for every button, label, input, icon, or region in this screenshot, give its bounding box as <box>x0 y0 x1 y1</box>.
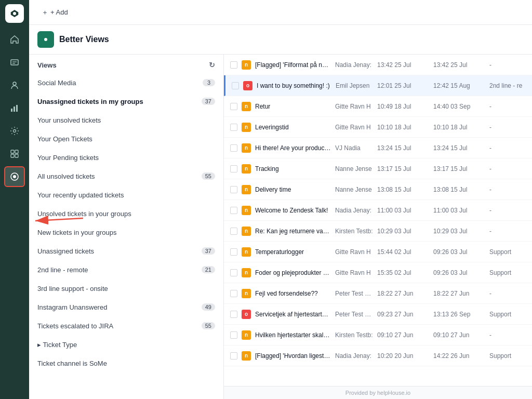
ticket-checkbox[interactable] <box>230 228 237 235</box>
refresh-button[interactable]: ↻ <box>209 61 215 69</box>
sidebar-item-ticket-channel[interactable]: Ticket channel is SoMe <box>29 354 223 373</box>
ticket-group: - <box>489 103 526 110</box>
sidebar-item-your-pending[interactable]: Your Pending tickets <box>29 148 223 167</box>
priority-badge: n <box>242 164 251 174</box>
plus-icon: ＋ <box>42 8 48 17</box>
ticket-created: 18:22 27 Jun <box>377 290 429 297</box>
ticket-created: 15:44 02 Jul <box>377 248 429 256</box>
ticket-checkbox[interactable] <box>230 269 237 276</box>
svg-rect-9 <box>11 150 14 153</box>
ticket-updated: 13:42 25 Jul <box>433 61 485 69</box>
sidebar-item-recently-updated[interactable]: Your recently updated tickets <box>29 185 223 204</box>
home-icon[interactable] <box>4 29 25 50</box>
nav-logo <box>5 4 24 23</box>
ticket-created: 13:17 15 Jul <box>377 165 429 172</box>
ticket-requester: Nanne Jense <box>335 165 373 172</box>
ticket-checkbox[interactable] <box>230 103 237 110</box>
table-row[interactable]: o Servicetjek af hjertestarter? Peter Te… <box>224 304 532 325</box>
ticket-subject: Foder og plejeprodukter til mir <box>255 269 331 276</box>
priority-badge: n <box>242 268 251 277</box>
table-row[interactable]: n [Flagged] 'Filformat på nemEDI Nadia J… <box>224 55 532 75</box>
ticket-requester: Emil Jepsen <box>336 82 373 89</box>
ticket-checkbox[interactable] <box>230 186 237 193</box>
ticket-group: - <box>489 61 526 69</box>
sidebar-item-unsolved-in-groups[interactable]: Unsolved tickets in your groups <box>29 204 223 223</box>
sidebar-item-social-media[interactable]: Social Media 3 <box>29 73 223 92</box>
apps-icon[interactable] <box>4 143 25 164</box>
table-row[interactable]: n Welcome to Zendesk Talk! Nadia Jenay: … <box>224 200 532 221</box>
ticket-updated: 12:42 15 Aug <box>433 82 485 89</box>
ticket-updated: 13:17 15 Jul <box>433 165 485 172</box>
ticket-requester: Nadia Jenay: <box>335 61 373 69</box>
svg-rect-5 <box>11 109 12 112</box>
ticket-updated: 09:26 03 Jul <box>433 269 485 276</box>
ticket-group: - <box>489 186 526 193</box>
table-row[interactable]: n Tracking Nanne Jense 13:17 15 Jul 13:1… <box>224 158 532 179</box>
table-row[interactable]: n Foder og plejeprodukter til mir Gitte … <box>224 262 532 283</box>
ticket-subject: [Flagged] 'Filformat på nemEDI <box>255 61 331 69</box>
content-wrapper: Better Views Views ↻ Social Media 3 <box>29 25 532 399</box>
add-button[interactable]: ＋ + Add <box>37 6 72 19</box>
ticket-checkbox[interactable] <box>230 207 237 214</box>
table-row[interactable]: n Delivery time Nanne Jense 13:08 15 Jul… <box>224 179 532 200</box>
ticket-updated: 13:13 26 Sep <box>433 311 485 318</box>
ticket-updated: 11:00 03 Jul <box>433 207 485 214</box>
ticket-checkbox[interactable] <box>230 331 237 339</box>
ticket-group: Support <box>489 248 526 256</box>
priority-badge: n <box>242 206 251 215</box>
table-row[interactable]: n Leveringstid Gitte Ravn H 10:10 18 Jul… <box>224 117 532 138</box>
sidebar-item-instagram[interactable]: Instagram Unanswered 49 <box>29 298 223 316</box>
sidebar-item-unassigned-in-groups[interactable]: Unassigned tickets in my groups 37 <box>29 92 223 111</box>
footer-label: Provided by helpHouse.io <box>345 390 410 396</box>
ticket-checkbox[interactable] <box>230 352 237 360</box>
users-icon[interactable] <box>4 75 25 96</box>
ticket-table: n [Flagged] 'Filformat på nemEDI Nadia J… <box>224 55 532 386</box>
better-views-nav-icon[interactable] <box>4 166 25 187</box>
ticket-subject: Hi there! Are your products org <box>255 144 331 152</box>
sidebar-item-2nd-line[interactable]: 2nd line - remote 21 <box>29 260 223 279</box>
sidebar-item-ticket-type[interactable]: ▸ Ticket Type <box>29 335 223 354</box>
sidebar-item-new-in-groups[interactable]: New tickets in your groups <box>29 223 223 242</box>
svg-rect-10 <box>15 150 18 153</box>
sidebar-item-3rd-line[interactable]: 3rd line support - onsite <box>29 279 223 298</box>
table-row[interactable]: n [Flagged] 'Hvordan ligestiller I j Nad… <box>224 345 532 366</box>
sidebar-item-jira[interactable]: Tickets escalated to JIRA 55 <box>29 316 223 335</box>
app-header: Better Views <box>29 25 532 55</box>
table-row[interactable]: n Retur Gitte Ravn H 10:49 18 Jul 14:40 … <box>224 96 532 117</box>
svg-rect-1 <box>11 60 18 65</box>
sidebar-item-your-open[interactable]: Your Open Tickets <box>29 129 223 148</box>
views-label: Views <box>37 61 57 69</box>
ticket-checkbox[interactable] <box>230 165 237 172</box>
ticket-group: - <box>489 144 526 152</box>
table-row[interactable]: n Fejl ved forsendelse?? Peter Test Ha: … <box>224 283 532 304</box>
table-row[interactable]: n Re: Kan jeg returnere vare købt Kirste… <box>224 221 532 242</box>
ticket-requester: Nanne Jense <box>335 186 373 193</box>
ticket-checkbox[interactable] <box>230 61 237 69</box>
ticket-list: n [Flagged] 'Filformat på nemEDI Nadia J… <box>224 55 532 399</box>
ticket-created: 13:24 15 Jul <box>377 144 429 152</box>
sidebar-item-unassigned[interactable]: Unassigned tickets 37 <box>29 242 223 260</box>
reports-icon[interactable] <box>4 98 25 118</box>
table-row[interactable]: n Hi there! Are your products org VJ Nad… <box>224 138 532 158</box>
ticket-subject: Temperaturlogger <box>255 248 331 256</box>
ticket-checkbox[interactable] <box>230 144 237 152</box>
ticket-requester: Gitte Ravn H <box>335 269 373 276</box>
table-row[interactable]: o I want to buy something! :) Emil Jepse… <box>224 75 532 96</box>
table-row[interactable]: n Hvilken hjertestarter skal jeg va Kirs… <box>224 325 532 345</box>
ticket-subject: Servicetjek af hjertestarter? <box>255 311 331 318</box>
ticket-checkbox[interactable] <box>230 248 237 256</box>
tickets-icon[interactable] <box>4 52 25 73</box>
ticket-checkbox[interactable] <box>230 124 237 131</box>
settings-icon[interactable] <box>4 121 25 141</box>
table-row[interactable]: n Temperaturlogger Gitte Ravn H 15:44 02… <box>224 242 532 262</box>
ticket-checkbox[interactable] <box>230 290 237 297</box>
ticket-updated: 10:29 03 Jul <box>433 228 485 235</box>
sidebar-item-all-unsolved[interactable]: All unsolved tickets 55 <box>29 167 223 185</box>
priority-badge: n <box>242 247 251 257</box>
ticket-created: 12:01 25 Jul <box>377 82 429 89</box>
svg-point-14 <box>13 175 16 178</box>
sidebar-item-your-unsolved[interactable]: Your unsolved tickets <box>29 111 223 129</box>
ticket-checkbox[interactable] <box>230 311 237 318</box>
ticket-checkbox[interactable] <box>232 82 239 89</box>
svg-rect-7 <box>16 105 18 112</box>
